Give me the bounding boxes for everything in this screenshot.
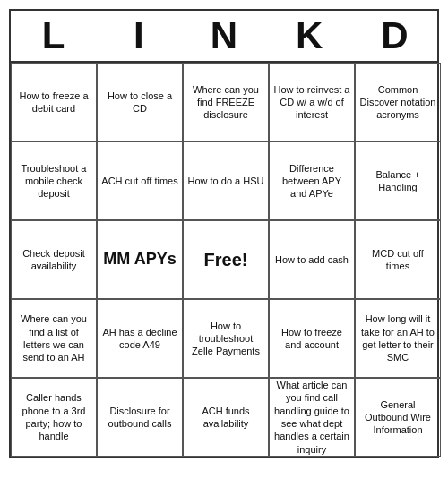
cell-3[interactable]: How to reinvest a CD w/ a w/d of interes… [269,63,355,141]
cell-0[interactable]: How to freeze a debit card [11,63,97,141]
header-I: I [96,11,181,61]
cell-7[interactable]: How to do a HSU [183,141,269,220]
cell-21[interactable]: Disclosure for outbound calls [97,378,183,457]
header-L: L [11,11,96,61]
cell-13[interactable]: How to add cash [269,220,355,299]
cell-23[interactable]: What article can you find call handling … [269,378,355,457]
cell-19[interactable]: How long will it take for an AH to get l… [355,299,441,378]
cell-9[interactable]: Balance + Handling [355,141,441,220]
cell-24[interactable]: General Outbound Wire Information [355,378,441,457]
cell-1[interactable]: How to close a CD [97,63,183,141]
cell-4[interactable]: Common Discover notation acronyms [355,63,441,141]
cell-10[interactable]: Check deposit availability [11,220,97,299]
cell-11[interactable]: MM APYs [97,220,183,299]
header-row: L I N K D [11,11,437,61]
cell-6[interactable]: ACH cut off times [97,141,183,220]
cell-18[interactable]: How to freeze and account [269,299,355,378]
cell-15[interactable]: Where can you find a list of letters we … [11,299,97,378]
cell-14[interactable]: MCD cut off times [355,220,441,299]
cell-2[interactable]: Where can you find FREEZE disclosure [183,63,269,141]
cell-17[interactable]: How to troubleshoot Zelle Payments [183,299,269,378]
header-D: D [352,11,437,61]
header-N: N [181,11,266,61]
cell-16[interactable]: AH has a decline code A49 [97,299,183,378]
header-K: K [267,11,352,61]
cell-5[interactable]: Troubleshoot a mobile check deposit [11,141,97,220]
cell-22[interactable]: ACH funds availability [183,378,269,457]
bingo-card: L I N K D How to freeze a debit cardHow … [9,9,439,458]
cell-12[interactable]: Free! [183,220,269,299]
cell-8[interactable]: Difference between APY and APYe [269,141,355,220]
bingo-grid: How to freeze a debit cardHow to close a… [11,61,437,457]
cell-20[interactable]: Caller hands phone to a 3rd party; how t… [11,378,97,457]
